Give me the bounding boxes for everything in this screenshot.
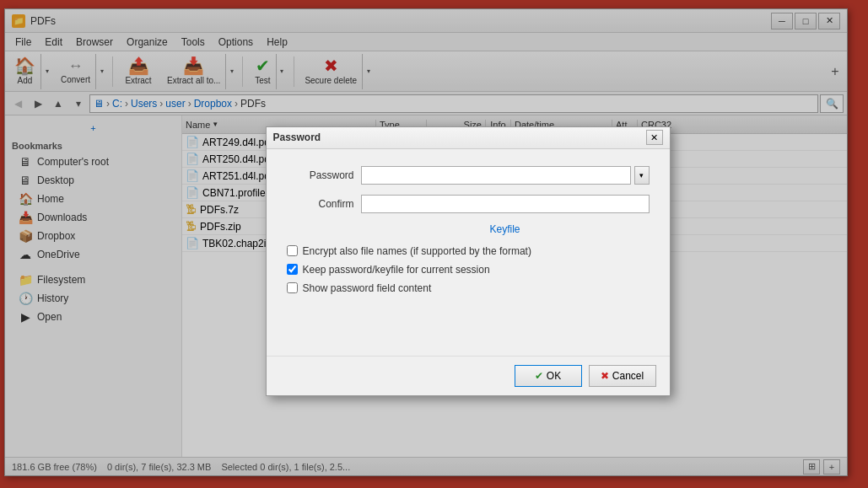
cancel-label: Cancel	[612, 370, 644, 382]
dialog-close-button[interactable]: ✕	[646, 130, 663, 145]
cancel-icon: ✖	[601, 370, 609, 382]
encrypt-names-label[interactable]: Encrypt also file names (if supported by…	[303, 245, 531, 257]
confirm-input-wrapper	[361, 195, 650, 213]
show-content-row: Show password field content	[287, 282, 650, 294]
password-input[interactable]	[361, 166, 631, 185]
cancel-button[interactable]: ✖ Cancel	[589, 365, 656, 387]
password-dialog: Password ✕ Password ▾ Confirm	[266, 126, 671, 396]
keep-password-label[interactable]: Keep password/keyfile for current sessio…	[303, 264, 490, 276]
ok-label: OK	[547, 370, 561, 382]
dialog-title: Password	[273, 131, 646, 143]
dialog-overlay: Password ✕ Password ▾ Confirm	[0, 0, 868, 488]
password-dropdown-button[interactable]: ▾	[634, 166, 650, 185]
password-input-wrapper: ▾	[361, 166, 650, 185]
show-content-checkbox[interactable]	[287, 282, 298, 293]
confirm-label: Confirm	[287, 198, 354, 210]
encrypt-names-row: Encrypt also file names (if supported by…	[287, 245, 650, 257]
show-content-label[interactable]: Show password field content	[303, 282, 432, 294]
password-label: Password	[287, 169, 354, 181]
ok-button[interactable]: ✔ OK	[515, 365, 582, 387]
keep-password-checkbox[interactable]	[287, 264, 298, 275]
password-row: Password ▾	[287, 166, 650, 185]
encrypt-names-checkbox[interactable]	[287, 245, 298, 256]
ok-icon: ✔	[535, 370, 543, 382]
dialog-title-bar: Password ✕	[267, 127, 670, 149]
dialog-body: Password ▾ Confirm Keyfile Encryp	[267, 149, 670, 356]
dialog-footer: ✔ OK ✖ Cancel	[267, 356, 670, 395]
confirm-row: Confirm	[287, 195, 650, 213]
keyfile-link[interactable]: Keyfile	[361, 223, 650, 235]
keep-password-row: Keep password/keyfile for current sessio…	[287, 264, 650, 276]
confirm-input[interactable]	[361, 195, 650, 213]
